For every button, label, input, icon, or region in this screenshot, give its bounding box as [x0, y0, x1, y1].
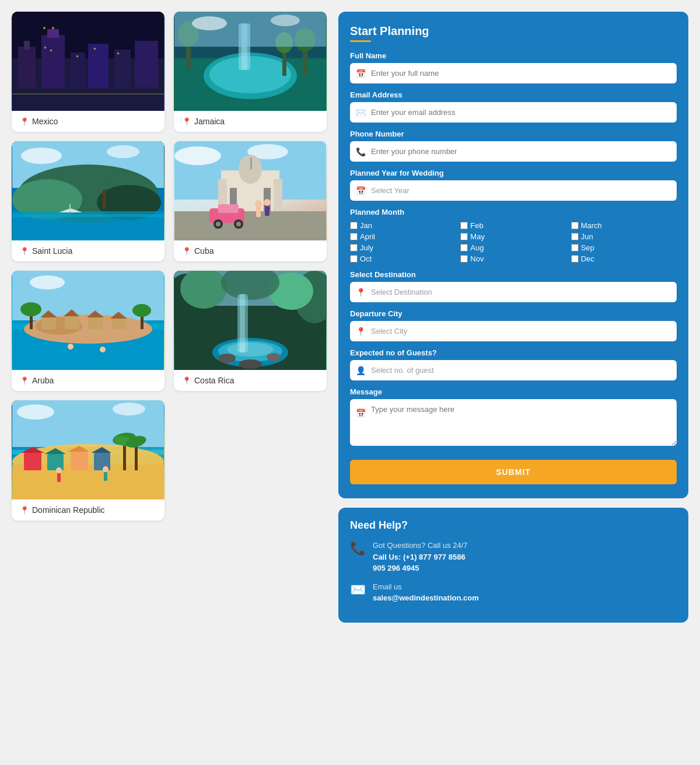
- phone-field: Phone Number 📞: [350, 130, 677, 162]
- phone-input[interactable]: [350, 141, 677, 162]
- month-oct-checkbox[interactable]: [350, 255, 358, 263]
- month-aug[interactable]: Aug: [460, 243, 566, 252]
- month-sep-checkbox[interactable]: [571, 244, 579, 251]
- dest-card-jamaica[interactable]: 📍 Jamaica: [174, 12, 327, 132]
- year-field: Planned Year for Wedding 📅 Select Year 2…: [350, 169, 677, 201]
- grid-row-2: 📍 Saint Lucia: [12, 141, 327, 261]
- month-aug-checkbox[interactable]: [460, 244, 468, 251]
- dest-label-cuba: 📍 Cuba: [174, 240, 327, 261]
- svg-rect-15: [94, 48, 96, 50]
- month-label: Planned Month: [350, 208, 677, 216]
- dest-label-aruba: 📍 Aruba: [12, 370, 164, 391]
- city-field: Departure City 📍 Select City New York Lo…: [350, 309, 677, 341]
- dest-image-costa-rica: [174, 271, 327, 370]
- svg-point-100: [17, 404, 54, 420]
- message-textarea[interactable]: [350, 399, 677, 446]
- calendar-icon: 📅: [356, 186, 366, 195]
- month-jun[interactable]: Jun: [571, 232, 677, 241]
- dest-card-aruba[interactable]: 📍 Aruba: [12, 271, 164, 391]
- month-july[interactable]: July: [350, 243, 456, 252]
- full-name-label: Full Name: [350, 51, 677, 60]
- svg-point-60: [216, 222, 220, 226]
- svg-point-36: [21, 148, 62, 164]
- months-grid: Jan Feb March April: [350, 221, 677, 263]
- svg-point-82: [68, 344, 74, 350]
- dest-card-saint-lucia[interactable]: 📍 Saint Lucia: [12, 141, 164, 261]
- month-may-checkbox[interactable]: [460, 233, 468, 240]
- svg-point-96: [267, 353, 281, 361]
- svg-point-81: [132, 304, 151, 317]
- svg-rect-4: [41, 35, 65, 93]
- svg-rect-17: [12, 88, 164, 111]
- dest-image-saint-lucia: [12, 141, 164, 240]
- dest-card-mexico[interactable]: 📍 Mexico: [12, 12, 164, 132]
- month-april[interactable]: April: [350, 232, 456, 241]
- month-march-checkbox[interactable]: [571, 222, 579, 229]
- month-nov[interactable]: Nov: [460, 254, 566, 263]
- email-label: Email Address: [350, 90, 677, 99]
- month-jan[interactable]: Jan: [350, 221, 456, 230]
- svg-rect-108: [71, 452, 88, 470]
- phone-input-wrapper: 📞: [350, 141, 677, 162]
- dest-card-dominican[interactable]: 📍 Dominican Republic: [12, 400, 164, 521]
- svg-rect-107: [47, 454, 64, 470]
- dest-image-aruba: [12, 271, 164, 370]
- svg-rect-3: [24, 41, 30, 50]
- help-email-text: Email us sales@wedindestination.com: [373, 581, 479, 604]
- month-feb[interactable]: Feb: [460, 221, 566, 230]
- guests-select[interactable]: Select no. of guest 1-25 26-50 51-100 10…: [350, 360, 677, 380]
- svg-rect-113: [135, 444, 138, 470]
- destinations-grid: 📍 Mexico: [12, 12, 327, 623]
- month-march[interactable]: March: [571, 221, 677, 230]
- dest-image-cuba: [174, 141, 327, 240]
- svg-rect-2: [18, 47, 36, 93]
- month-dec-checkbox[interactable]: [571, 255, 579, 263]
- svg-point-64: [255, 200, 262, 207]
- month-sep[interactable]: Sep: [571, 243, 677, 252]
- svg-rect-16: [117, 53, 119, 54]
- svg-point-11: [52, 27, 54, 29]
- month-jan-checkbox[interactable]: [350, 222, 358, 229]
- svg-point-83: [100, 347, 106, 352]
- month-oct[interactable]: Oct: [350, 254, 456, 263]
- email-field: Email Address ✉️: [350, 90, 677, 123]
- month-april-checkbox[interactable]: [350, 233, 358, 240]
- svg-rect-75: [65, 316, 79, 329]
- month-dec[interactable]: Dec: [571, 254, 677, 263]
- dest-image-mexico: [12, 12, 164, 111]
- help-email-item: ✉️ Email us sales@wedindestination.com: [350, 581, 677, 604]
- svg-point-101: [113, 403, 145, 415]
- email-icon: ✉️: [356, 108, 366, 117]
- year-input-wrapper: 📅 Select Year 2024 2025 2026 2027: [350, 180, 677, 201]
- need-help-title: Need Help?: [350, 519, 677, 532]
- city-input-wrapper: 📍 Select City New York Los Angeles Chica…: [350, 321, 677, 341]
- grid-row-1: 📍 Mexico: [12, 12, 327, 132]
- svg-rect-31: [174, 12, 326, 47]
- need-help-panel: Need Help? 📞 Got Questions? Call us 24/7…: [338, 508, 688, 623]
- full-name-input[interactable]: [350, 63, 677, 83]
- month-feb-checkbox[interactable]: [460, 222, 468, 229]
- message-input-wrapper: 📅: [350, 399, 677, 448]
- year-select[interactable]: Select Year 2024 2025 2026 2027: [350, 180, 677, 201]
- form-title-underline: [350, 40, 371, 42]
- destination-field: Select Destination 📍 Select Destination …: [350, 270, 677, 302]
- guests-input-wrapper: 👤 Select no. of guest 1-25 26-50 51-100 …: [350, 360, 677, 380]
- svg-point-37: [107, 145, 139, 158]
- dest-card-cuba[interactable]: 📍 Cuba: [174, 141, 327, 261]
- month-nov-checkbox[interactable]: [460, 255, 468, 263]
- month-july-checkbox[interactable]: [350, 244, 358, 251]
- email-input[interactable]: [350, 102, 677, 123]
- svg-rect-18: [12, 93, 164, 95]
- pin-icon-aruba: 📍: [20, 376, 29, 385]
- submit-button[interactable]: SUBMIT: [350, 460, 677, 484]
- dest-card-costa-rica[interactable]: 📍 Costa Rica: [174, 271, 327, 391]
- month-jun-checkbox[interactable]: [571, 233, 579, 240]
- city-select[interactable]: Select City New York Los Angeles Chicago…: [350, 321, 677, 341]
- svg-rect-74: [41, 317, 56, 329]
- svg-rect-77: [111, 319, 126, 329]
- destination-select[interactable]: Select Destination Mexico Jamaica Saint …: [350, 282, 677, 302]
- svg-point-68: [30, 275, 65, 289]
- svg-point-10: [43, 27, 46, 29]
- month-may[interactable]: May: [460, 232, 566, 241]
- dest-label-saint-lucia: 📍 Saint Lucia: [12, 240, 164, 261]
